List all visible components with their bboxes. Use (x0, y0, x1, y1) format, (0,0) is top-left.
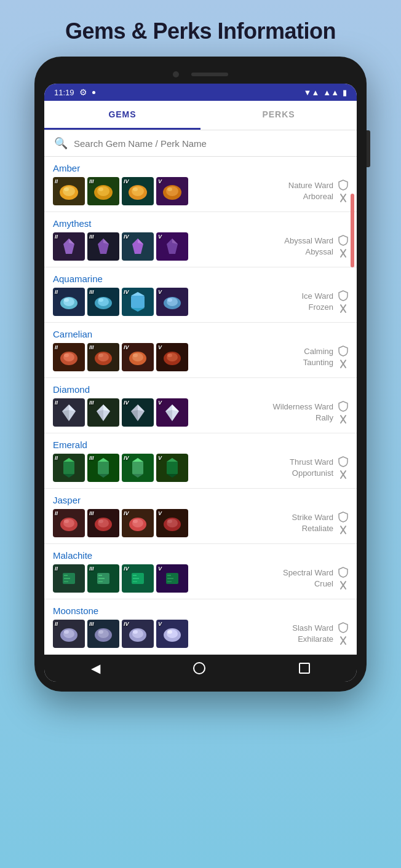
svg-point-26 (64, 298, 69, 302)
svg-point-88 (133, 519, 138, 523)
scroll-indicator (351, 194, 354, 267)
wrench-icon (338, 414, 348, 424)
perk-info-emerald: Thrust Ward Opportunist (290, 456, 348, 479)
svg-marker-73 (132, 458, 143, 462)
svg-rect-108 (167, 578, 173, 579)
svg-rect-69 (98, 462, 109, 474)
gem-img-amythest-5: V (156, 232, 188, 261)
svg-rect-105 (133, 581, 137, 582)
gem-item-aquamarine[interactable]: Aquamarine II III I (44, 267, 357, 323)
gem-img-amythest-3: III (87, 232, 119, 261)
svg-marker-31 (131, 292, 145, 296)
gem-item-jasper[interactable]: Jasper II III IV (44, 489, 357, 544)
gem-img-emerald-2: II (53, 454, 85, 482)
svg-rect-66 (63, 462, 74, 474)
tab-gems[interactable]: GEMS (44, 101, 200, 130)
gem-img-diamond-5: V (156, 398, 188, 427)
gem-name-carnelian: Carnelian (53, 329, 348, 339)
shield-icon (338, 622, 348, 633)
gem-name-aquamarine: Aquamarine (53, 274, 348, 284)
status-bar: 11:19 ⚙ ▼▲ ▲▲ ▮ (44, 84, 357, 101)
gem-item-amythest[interactable]: Amythest II III IV (44, 212, 357, 267)
gem-name-jasper: Jasper (53, 495, 348, 505)
gem-img-amythest-4: IV (122, 232, 154, 261)
svg-rect-99 (98, 575, 102, 576)
gem-images-moonstone: II III IV V (53, 620, 188, 648)
gem-item-diamond[interactable]: Diamond II III IV (44, 378, 357, 433)
tab-perks[interactable]: PERKS (200, 101, 357, 130)
svg-rect-100 (98, 578, 105, 579)
gem-img-diamond-3: III (87, 398, 119, 427)
gem-img-malachite-4: IV (122, 564, 154, 593)
shield-icon (338, 180, 348, 191)
nav-back-button[interactable]: ◀ (91, 661, 100, 676)
gem-name-amythest: Amythest (53, 218, 348, 229)
svg-point-11 (167, 187, 172, 191)
gem-img-diamond-2: II (53, 398, 85, 427)
svg-point-5 (98, 187, 103, 191)
wifi-icon: ▼▲ (304, 88, 320, 97)
search-input[interactable] (74, 138, 347, 149)
svg-point-43 (98, 353, 103, 357)
nav-recents-button[interactable] (299, 663, 310, 674)
phone-screen: 11:19 ⚙ ▼▲ ▲▲ ▮ GEMS PERKS (44, 84, 357, 682)
gem-img-emerald-4: IV (122, 454, 154, 482)
gem-img-moonstone-2: II (53, 620, 85, 648)
signal-icon: ▲▲ (323, 88, 339, 97)
svg-marker-60 (131, 410, 138, 421)
gem-img-malachite-2: II (53, 564, 85, 593)
gem-item-emerald[interactable]: Emerald II III IV (44, 433, 357, 489)
svg-point-49 (167, 353, 172, 357)
gem-item-amber[interactable]: Amber II III IV (44, 157, 357, 212)
gem-img-carnelian-2: II (53, 343, 85, 371)
shield-icon (338, 401, 348, 412)
shield-icon (338, 567, 348, 578)
gem-img-emerald-5: V (156, 454, 188, 482)
speaker (191, 73, 228, 76)
gem-images-diamond: II III IV V (53, 398, 188, 427)
gem-img-aqua-5: V (156, 288, 188, 316)
nav-bar: ◀ (44, 655, 357, 682)
svg-rect-96 (64, 578, 70, 579)
gem-img-aqua-3: III (87, 288, 119, 316)
perk-info-jasper: Strike Ward Retaliate (292, 511, 348, 535)
gem-name-moonstone: Moonstone (53, 606, 348, 616)
gem-img-jasper-3: III (87, 509, 119, 537)
wrench-icon (338, 193, 348, 203)
perk-info-moonstone: Slash Ward Exhilarate (292, 622, 348, 645)
wrench-icon (338, 304, 348, 314)
gem-item-malachite[interactable]: Malachite II III IV (44, 544, 357, 599)
svg-point-46 (133, 353, 138, 357)
svg-marker-70 (98, 458, 109, 462)
gem-item-carnelian[interactable]: Carnelian II III IV (44, 323, 357, 378)
svg-rect-97 (64, 581, 68, 582)
battery-icon: ▮ (343, 88, 347, 97)
search-bar: 🔍 (44, 130, 357, 157)
perk-info-carnelian: Calming Taunting (303, 345, 348, 369)
gem-images-amythest: II III IV V (53, 232, 188, 261)
gem-name-emerald: Emerald (53, 440, 348, 450)
svg-marker-32 (131, 308, 145, 312)
svg-point-4 (97, 186, 109, 196)
gem-img-amber-5: V (156, 177, 188, 205)
svg-rect-72 (132, 462, 143, 474)
svg-rect-109 (167, 581, 172, 582)
shield-icon (338, 290, 348, 301)
svg-point-8 (133, 187, 138, 191)
perk-info-diamond: Wilderness Ward Rally (273, 401, 348, 424)
shield-icon (338, 235, 348, 246)
gem-img-aqua-4: IV (122, 288, 154, 316)
nav-home-button[interactable] (193, 662, 205, 674)
gem-img-aqua-2: II (53, 288, 85, 316)
svg-point-85 (98, 519, 103, 523)
shield-icon (338, 511, 348, 523)
svg-point-82 (64, 519, 69, 523)
gem-img-carnelian-5: V (156, 343, 188, 371)
gem-images-aquamarine: II III IV V (53, 288, 188, 316)
svg-point-117 (98, 630, 103, 634)
gem-images-carnelian: II III IV V (53, 343, 188, 371)
gem-img-carnelian-4: IV (122, 343, 154, 371)
svg-rect-101 (98, 581, 103, 582)
svg-marker-54 (62, 410, 69, 421)
gem-item-moonstone[interactable]: Moonstone II III IV (44, 599, 357, 655)
